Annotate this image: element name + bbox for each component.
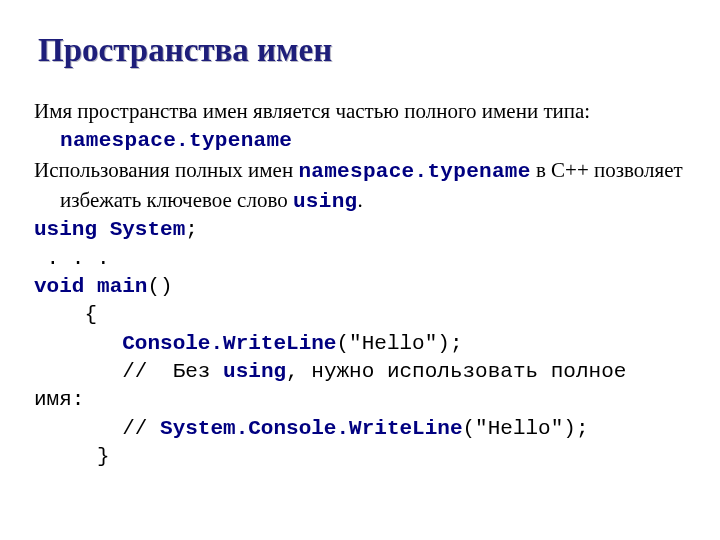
- brace-close: }: [97, 445, 110, 468]
- kw-void: void: [34, 275, 84, 298]
- slide-body: Имя пространства имен является частью по…: [34, 97, 686, 471]
- dots: . . .: [34, 247, 110, 270]
- para2-code2: using: [293, 190, 358, 213]
- comment-slashes-1: //: [122, 360, 147, 383]
- semicolon: ;: [185, 218, 198, 241]
- id-main: main: [97, 275, 147, 298]
- slide: Пространства имен Имя пространства имен …: [0, 0, 720, 540]
- comment-trail: , нужно использовать полное: [286, 360, 626, 383]
- code-block: using System; . . . void main() { Consol…: [34, 216, 686, 471]
- call-args: ("Hello");: [336, 332, 462, 355]
- para2-code: namespace.typename: [298, 160, 530, 183]
- kw-using-inline: using: [223, 360, 286, 383]
- comment-slashes-2: //: [122, 417, 147, 440]
- kw-using: using: [34, 218, 97, 241]
- para2-text1: Использования полных имен: [34, 158, 298, 182]
- call-args-2: ("Hello");: [463, 417, 589, 440]
- para1-code: namespace.typename: [60, 129, 292, 152]
- para1-text1: Имя пространства имен является частью по…: [34, 99, 590, 123]
- parens: (): [147, 275, 172, 298]
- slide-title: Пространства имен: [38, 32, 686, 69]
- id-console-writeline: Console.WriteLine: [122, 332, 336, 355]
- para-2: Использования полных имен namespace.type…: [34, 156, 686, 217]
- comment-without: Без: [160, 360, 210, 383]
- brace-open: {: [84, 303, 97, 326]
- id-system: System: [110, 218, 186, 241]
- id-full-name: System.Console.WriteLine: [160, 417, 462, 440]
- comment-cont: имя:: [34, 388, 84, 411]
- para2-text3: .: [357, 188, 362, 212]
- para-1: Имя пространства имен является частью по…: [34, 97, 686, 156]
